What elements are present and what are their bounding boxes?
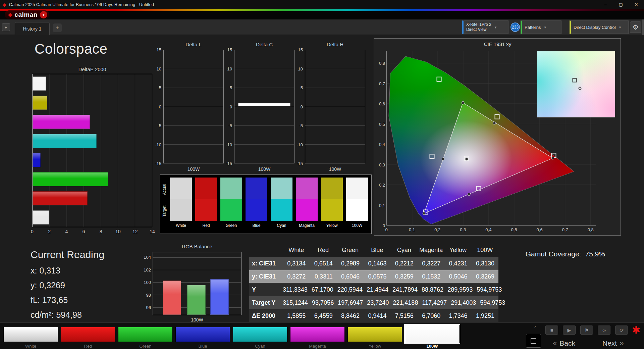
delta-y-tick: -15	[297, 161, 303, 166]
calman-logo-text: calman	[14, 11, 37, 18]
delta-y-tick: -15	[155, 161, 161, 166]
stop-icon[interactable]: ■	[545, 326, 558, 335]
cie-y-tick: 0,4	[379, 142, 385, 147]
white-measured-marker-icon	[579, 87, 582, 90]
deltae-bar-row	[33, 96, 152, 110]
pattern-swatch-100w[interactable]: 100W	[405, 323, 460, 349]
swatch-column-red: Red	[195, 178, 217, 228]
tab-scroll-button[interactable]: ▸	[2, 23, 10, 31]
target-marker-yellow	[494, 114, 499, 119]
cie-x-tick: 0,3	[460, 227, 466, 232]
delta-bar-100w	[238, 103, 291, 106]
flag-icon[interactable]: ⚑	[580, 326, 593, 335]
chevron-up-icon[interactable]: ⌃	[531, 326, 540, 331]
table-row[interactable]: Y311,334367,1700220,594421,4944241,78948…	[249, 283, 498, 296]
target-swatch-yellow	[321, 199, 343, 221]
play-icon[interactable]: ▶	[563, 326, 576, 335]
table-cell: 0,5046	[444, 273, 471, 280]
swatch-column-white: White	[170, 178, 192, 228]
target-marker-magenta	[476, 186, 481, 191]
deltae-x-tick: 8	[100, 229, 102, 234]
table-col-header-magenta: Magenta	[418, 247, 444, 254]
delta-chart-title: Delta H	[305, 42, 365, 47]
target-swatch-blue	[246, 199, 267, 221]
back-button[interactable]: « Back	[553, 339, 575, 348]
deltae-x-tick: 4	[65, 229, 68, 234]
deltae-bar-red	[33, 191, 88, 205]
meter-dropdown[interactable]: X-Rite i1Pro 2 Direct View ▾	[462, 20, 508, 34]
panel-edge-handle[interactable]	[642, 19, 644, 35]
table-cell: 0,3130	[472, 260, 498, 267]
pattern-swatch-red[interactable]: Red	[61, 323, 115, 349]
delta-chart-y-axis: 151050-5-10-15	[224, 50, 232, 163]
title-bar: ◆ Calman 2025 Calman Ultimate for Busine…	[0, 0, 644, 9]
refresh-icon[interactable]: ⟳	[615, 326, 628, 335]
cie-x-tick: 0,5	[511, 227, 517, 232]
chevron-down-icon: ▾	[495, 25, 497, 30]
deltae-x-axis: 02468101214	[32, 229, 152, 234]
table-row[interactable]: ΔE 20001,58556,45598,84620,94147,51566,7…	[249, 309, 498, 322]
pattern-swatch-yellow[interactable]: Yellow	[347, 323, 402, 349]
alert-asterisk-icon[interactable]: ✱	[632, 324, 640, 336]
pattern-swatch-magenta[interactable]: Magenta	[290, 323, 345, 349]
maximize-button[interactable]: ▢	[613, 0, 629, 9]
swatch-column-label: White	[170, 223, 192, 228]
table-row[interactable]: x: CIE310,31340,65140,29890,14630,22120,…	[249, 257, 498, 270]
current-reading-line: x: 0,313	[31, 266, 82, 281]
table-cell: 7,5156	[391, 312, 418, 319]
target-swatch-red	[195, 199, 217, 221]
delta-y-tick: -10	[297, 142, 303, 147]
pattern-swatch-color	[61, 327, 115, 342]
swatch-column-yellow: Yellow	[321, 178, 343, 228]
close-button[interactable]: ✕	[629, 0, 644, 9]
deltae-bar-row	[33, 134, 152, 148]
target-marker-cyan	[430, 154, 435, 159]
measurement-table: WhiteRedGreenBlueCyanMagentaYellow100Wx:…	[249, 244, 498, 322]
table-row[interactable]: y: CIE310,32720,33110,60460,05750,32590,…	[249, 270, 498, 283]
transport-buttons: ■ ▶ ⚑ ∞ ⟳	[545, 326, 628, 335]
pattern-swatch-cyan[interactable]: Cyan	[233, 323, 287, 349]
meter-dropdown-text: X-Rite i1Pro 2 Direct View	[466, 22, 491, 32]
meter-mode: Direct View	[466, 27, 491, 32]
actual-swatch-yellow	[321, 178, 343, 199]
target-swatch-cyan	[271, 199, 292, 221]
display-control-dropdown[interactable]: Direct Display Control ▾	[570, 20, 629, 34]
back-chevrons-icon: «	[553, 339, 557, 348]
delta-y-tick: 15	[157, 47, 161, 52]
add-tab-button[interactable]: +	[53, 23, 62, 32]
pattern-window-button[interactable]	[526, 334, 541, 348]
current-reading-title: Current Reading	[31, 249, 104, 260]
cie-y-tick: 0,7	[379, 81, 385, 86]
patterns-dropdown[interactable]: Patterns ▾	[521, 20, 561, 34]
pattern-swatch-green[interactable]: Green	[118, 323, 173, 349]
calman-logo-menu[interactable]: ◆ calman ▾	[5, 10, 49, 19]
pattern-swatch-color	[290, 327, 345, 342]
actual-swatch-blue	[246, 178, 267, 199]
table-cell: 0,3227	[418, 260, 444, 267]
gamut-coverage-label: Gamut Coverage:	[526, 250, 581, 258]
table-col-header-cyan: Cyan	[391, 247, 418, 254]
table-row-label: Y	[249, 286, 283, 293]
minimize-button[interactable]: –	[598, 0, 613, 9]
table-row[interactable]: Target Y315,124493,7056197,694723,724022…	[249, 296, 498, 309]
swatch-column-label: Cyan	[271, 223, 292, 228]
table-cell: 6,4559	[310, 312, 336, 319]
table-cell: 1,7346	[444, 312, 471, 319]
pattern-swatch-blue[interactable]: Blue	[175, 323, 230, 349]
logo-dropdown-icon[interactable]: ▾	[40, 11, 47, 18]
delta-chart-title: Delta C	[234, 42, 294, 47]
cie-1931-panel: CIE 1931 xy 0,80,70,60,50,40,30,20,10 00…	[374, 38, 621, 236]
next-button[interactable]: Next »	[602, 339, 624, 348]
cie-x-tick: 0	[385, 227, 387, 232]
back-label: Back	[559, 339, 575, 347]
actual-row-label: Actual	[162, 186, 167, 195]
table-cell: 594,9753	[480, 299, 509, 306]
measured-marker-yellow	[493, 121, 496, 124]
tab-history-1[interactable]: History 1	[15, 22, 50, 35]
delta-y-tick: -10	[155, 142, 161, 147]
pattern-swatch-white[interactable]: White	[3, 323, 58, 349]
gear-icon[interactable]: ⚙	[630, 21, 641, 33]
table-cell: 0,1463	[364, 260, 390, 267]
swatch-column-green: Green	[220, 178, 242, 228]
link-icon[interactable]: ∞	[598, 326, 610, 335]
